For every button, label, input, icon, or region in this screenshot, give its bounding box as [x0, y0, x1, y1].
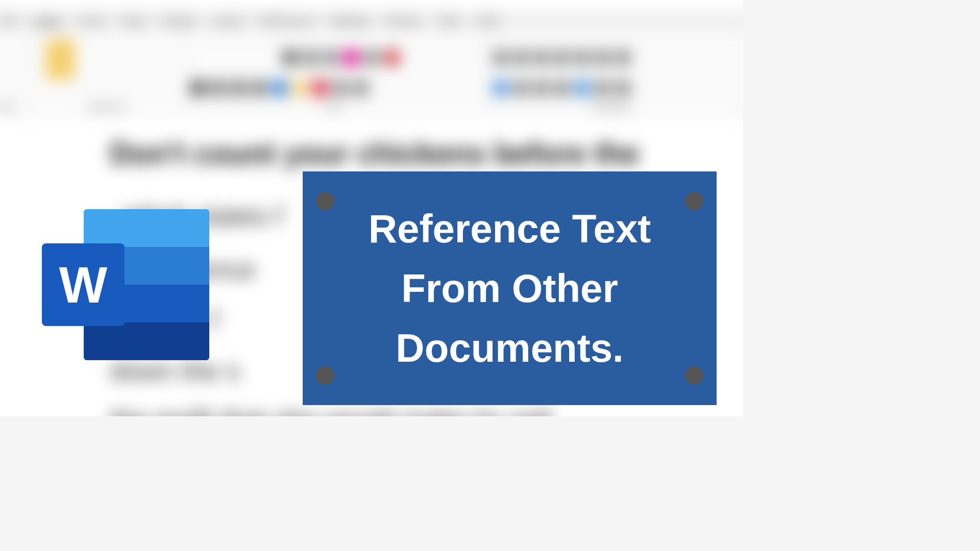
tab-references[interactable]: References: [260, 14, 314, 27]
group-label-undo: Undo: [0, 102, 30, 112]
italic-button[interactable]: [211, 81, 226, 95]
font-size-input[interactable]: [283, 50, 298, 65]
spacing-button[interactable]: [575, 81, 590, 95]
align-right-button[interactable]: [534, 81, 549, 95]
tab-layout[interactable]: Layout: [212, 14, 244, 27]
group-label-paragraph: Paragraph: [485, 102, 737, 112]
tab-mailings[interactable]: Mailings: [331, 14, 370, 27]
strike-button[interactable]: [252, 81, 266, 95]
word-logo: W: [42, 209, 209, 360]
borders-button[interactable]: [616, 81, 630, 95]
ribbon-group-clipboard: Clipboard: [30, 32, 183, 115]
ribbon-group-undo: Undo: [0, 32, 30, 115]
shading-button[interactable]: [595, 81, 610, 95]
font-name-dropdown[interactable]: [190, 50, 277, 66]
bullets-button[interactable]: [493, 50, 508, 65]
tab-draw[interactable]: Draw: [121, 14, 146, 27]
effects-button[interactable]: [333, 81, 348, 95]
grow-font-button[interactable]: [303, 50, 318, 65]
titlebar: [0, 0, 743, 10]
word-logo-letter: W: [42, 243, 125, 326]
align-center-button[interactable]: [513, 81, 528, 95]
indent-inc-button[interactable]: [575, 50, 590, 65]
font-color-c[interactable]: [384, 50, 399, 65]
rivet-icon: [316, 366, 334, 385]
logo-strip-4: [84, 322, 209, 360]
sub-button[interactable]: [272, 81, 287, 95]
paste-icon[interactable]: [46, 39, 76, 80]
numbering-button[interactable]: [513, 50, 528, 65]
logo-strip-1: [84, 209, 209, 247]
clear-format-button[interactable]: [353, 81, 368, 95]
sort-button[interactable]: [595, 50, 610, 65]
ribbon-toolbar: Undo Clipboard: [0, 32, 743, 120]
show-marks-button[interactable]: [616, 50, 630, 65]
group-label-clipboard: Clipboard: [30, 102, 182, 112]
title-card: Reference Text From Other Documents.: [303, 171, 717, 405]
multilevel-button[interactable]: [534, 50, 549, 65]
tab-design[interactable]: Design: [162, 14, 195, 27]
tab-review[interactable]: Review: [386, 14, 422, 27]
highlight-button[interactable]: [292, 81, 307, 95]
tab-file[interactable]: File: [0, 14, 17, 27]
tab-view[interactable]: View: [437, 14, 460, 27]
font-color-a[interactable]: [344, 50, 358, 65]
rivet-icon: [685, 192, 703, 210]
indent-dec-button[interactable]: [554, 50, 569, 65]
ribbon-tabs: File Home Insert Draw Design Layout Refe…: [0, 10, 743, 32]
rivet-icon: [316, 192, 334, 210]
doc-line-6: the profit that she would make by sell: [110, 404, 551, 416]
group-label-font: Font: [182, 102, 485, 112]
font-color-button[interactable]: [313, 81, 328, 95]
justify-button[interactable]: [554, 81, 569, 95]
tab-help[interactable]: Help: [477, 14, 499, 27]
shrink-font-button[interactable]: [324, 50, 338, 65]
bold-button[interactable]: [190, 81, 205, 95]
doc-heading: Don't count your chickens before the: [110, 136, 640, 170]
tab-insert[interactable]: Insert: [78, 14, 105, 27]
ribbon-group-paragraph: Paragraph: [485, 32, 738, 115]
tab-home[interactable]: Home: [34, 14, 62, 27]
align-left-button[interactable]: [493, 81, 508, 95]
card-title: Reference Text From Other Documents.: [318, 199, 701, 378]
font-color-b[interactable]: [364, 50, 379, 65]
underline-button[interactable]: [231, 81, 246, 95]
ribbon-group-font: Font: [182, 32, 485, 115]
rivet-icon: [685, 366, 703, 385]
